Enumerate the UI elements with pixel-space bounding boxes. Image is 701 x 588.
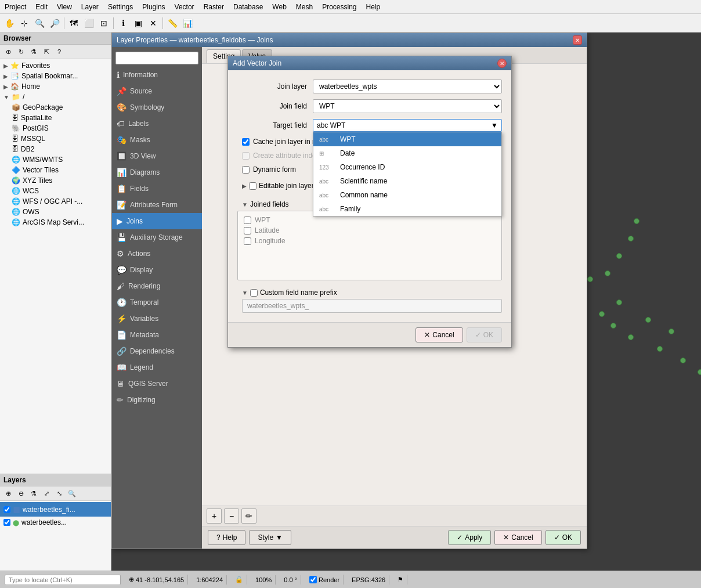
edit-join-btn[interactable]: ✏ <box>241 508 256 524</box>
nav-item-joins[interactable]: ▶ Joins <box>112 213 202 229</box>
nav-item-diagrams[interactable]: 📊 Diagrams <box>112 164 202 181</box>
cache-join-checkbox[interactable] <box>242 138 250 146</box>
statusbar-messages[interactable]: ⚑ <box>394 575 407 585</box>
target-field-dropdown[interactable]: abc WPT ▼ abc WPT ⊞ Date <box>313 119 502 132</box>
layers-add-btn[interactable]: ⊕ <box>2 488 14 499</box>
joined-field-latitude-checkbox[interactable] <box>244 227 251 235</box>
statusbar-epsg[interactable]: EPSG:4326 <box>348 575 389 585</box>
deselect-btn[interactable]: ✕ <box>146 16 160 30</box>
nav-item-symbology[interactable]: 🎨 Symbology <box>112 99 202 116</box>
layers-filter2-btn[interactable]: 🔍 <box>66 488 78 499</box>
layers-filter-btn[interactable]: ⚗ <box>28 488 39 499</box>
nav-item-actions[interactable]: ⚙ Actions <box>112 246 202 262</box>
browser-item-wms[interactable]: 🌐 WMS/WMTS <box>0 154 111 165</box>
layers-expand-btn[interactable]: ⤢ <box>41 488 52 499</box>
menu-plugins[interactable]: Plugins <box>138 2 169 12</box>
ok-main-btn[interactable]: ✓ OK <box>545 530 581 545</box>
browser-item-ows[interactable]: 🌐 OWS <box>0 207 111 217</box>
nav-item-temporal[interactable]: 🕐 Temporal <box>112 294 202 311</box>
layers-collapse-btn[interactable]: ⤡ <box>53 488 65 499</box>
nav-item-auxiliary[interactable]: 💾 Auxiliary Storage <box>112 229 202 246</box>
menu-mesh[interactable]: Mesh <box>291 2 317 12</box>
browser-item-mssql[interactable]: 🗄 MSSQL <box>0 134 111 144</box>
zoom-extent-btn[interactable]: ⬜ <box>82 16 96 30</box>
nav-item-variables[interactable]: ⚡ Variables <box>112 311 202 327</box>
nav-item-digitizing[interactable]: ✏ Digitizing <box>112 392 202 408</box>
custom-prefix-checkbox[interactable] <box>250 289 258 297</box>
nav-item-legend[interactable]: 📖 Legend <box>112 359 202 376</box>
add-join-ok-btn[interactable]: ✓ OK <box>467 327 502 342</box>
style-btn[interactable]: Style ▼ <box>249 530 291 545</box>
nav-item-display[interactable]: 💬 Display <box>112 262 202 278</box>
browser-item-vector-tiles[interactable]: 🔷 Vector Tiles <box>0 165 111 175</box>
nav-item-masks[interactable]: 🎭 Masks <box>112 132 202 148</box>
locate-search-input[interactable] <box>5 575 121 585</box>
menu-project[interactable]: Project <box>0 2 31 12</box>
nav-item-source[interactable]: 📌 Source <box>112 83 202 99</box>
browser-refresh-btn[interactable]: ↻ <box>15 46 27 57</box>
dropdown-item-family[interactable]: abc Family <box>313 202 501 216</box>
browser-help-btn[interactable]: ? <box>53 46 65 57</box>
custom-prefix-header[interactable]: ▼ Custom field name prefix <box>237 286 502 299</box>
measure-btn[interactable]: 📏 <box>165 16 179 30</box>
editable-join-checkbox[interactable] <box>249 182 256 190</box>
browser-item-geopkg[interactable]: 📦 GeoPackage <box>0 102 111 113</box>
browser-item-spatialite[interactable]: 🗄 SpatiaLite <box>0 113 111 123</box>
dynamic-form-checkbox[interactable] <box>242 166 250 174</box>
browser-filter-btn[interactable]: ⚗ <box>28 46 39 57</box>
select-tool-btn[interactable]: ⊹ <box>17 16 31 30</box>
statusbar-lock[interactable]: 🔓 <box>232 575 247 585</box>
joined-field-wpt-checkbox[interactable] <box>244 217 251 224</box>
browser-item-postgis[interactable]: 🐘 PostGIS <box>0 123 111 134</box>
apply-btn[interactable]: ✓ Apply <box>448 530 491 545</box>
menu-raster[interactable]: Raster <box>199 2 229 12</box>
join-layer-select[interactable]: waterbeetles_wpts <box>313 80 502 93</box>
dropdown-item-occurrence-id[interactable]: 123 Occurrence ID <box>313 160 501 174</box>
browser-item-home[interactable]: ▶ 🏠 Home <box>0 81 111 92</box>
menu-help[interactable]: Help <box>362 2 385 12</box>
remove-join-btn[interactable]: − <box>224 508 239 524</box>
menu-database[interactable]: Database <box>229 2 268 12</box>
layer-checkbox-1[interactable] <box>3 506 10 513</box>
zoom-selection-btn[interactable]: ⊡ <box>97 16 111 30</box>
statusbar-render[interactable]: Render <box>306 575 344 585</box>
add-join-close-btn[interactable]: ✕ <box>497 59 507 68</box>
dropdown-item-common-name[interactable]: abc Common name <box>313 188 501 202</box>
browser-item-wfs[interactable]: 🌐 WFS / OGC API -... <box>0 196 111 207</box>
dropdown-item-date[interactable]: ⊞ Date <box>313 146 501 160</box>
layer-item-waterbeetles[interactable]: ⬤ waterbeetles... <box>0 517 111 528</box>
create-index-checkbox[interactable] <box>242 152 250 160</box>
pan-tool-btn[interactable]: ✋ <box>2 16 16 30</box>
browser-item-xyz-tiles[interactable]: 🌍 XYZ Tiles <box>0 175 111 186</box>
zoom-out-btn[interactable]: 🔎 <box>48 16 62 30</box>
menu-layer[interactable]: Layer <box>77 2 103 12</box>
custom-prefix-input[interactable] <box>242 299 502 313</box>
layers-remove-btn[interactable]: ⊖ <box>15 488 27 499</box>
nav-item-3dview[interactable]: 🔲 3D View <box>112 148 202 164</box>
nav-item-labels[interactable]: 🏷 Labels <box>112 116 202 132</box>
nav-item-dependencies[interactable]: 🔗 Dependencies <box>112 343 202 359</box>
nav-item-qgis-server[interactable]: 🖥 QGIS Server <box>112 376 202 392</box>
render-checkbox[interactable] <box>309 576 317 583</box>
browser-collapse-btn[interactable]: ⇱ <box>41 46 52 57</box>
menu-edit[interactable]: Edit <box>31 2 52 12</box>
browser-item-favorites[interactable]: ▶ ⭐ Favorites <box>0 60 111 71</box>
nav-item-information[interactable]: ℹ Information <box>112 67 202 83</box>
nav-item-attributes-form[interactable]: 📝 Attributes Form <box>112 197 202 213</box>
browser-item-spatial[interactable]: ▶ 📑 Spatial Bookmar... <box>0 71 111 81</box>
help-btn[interactable]: ? Help <box>208 530 245 545</box>
layer-props-close-btn[interactable]: ✕ <box>573 35 582 45</box>
joined-field-longitude-checkbox[interactable] <box>244 237 251 245</box>
nav-item-metadata[interactable]: 📄 Metadata <box>112 327 202 343</box>
menu-settings[interactable]: Settings <box>103 2 138 12</box>
browser-item-db2[interactable]: 🗄 DB2 <box>0 144 111 154</box>
select-feature-btn[interactable]: ▣ <box>131 16 145 30</box>
cancel-main-btn[interactable]: ✕ Cancel <box>494 530 541 545</box>
menu-web[interactable]: Web <box>268 2 291 12</box>
menu-vector[interactable]: Vector <box>170 2 199 12</box>
browser-item-arcgis[interactable]: 🌐 ArcGIS Map Servi... <box>0 217 111 228</box>
dropdown-item-wpt[interactable]: abc WPT <box>313 132 501 146</box>
browser-item-wcs[interactable]: 🌐 WCS <box>0 186 111 196</box>
nav-item-rendering[interactable]: 🖌 Rendering <box>112 278 202 294</box>
layer-checkbox-2[interactable] <box>3 519 10 526</box>
